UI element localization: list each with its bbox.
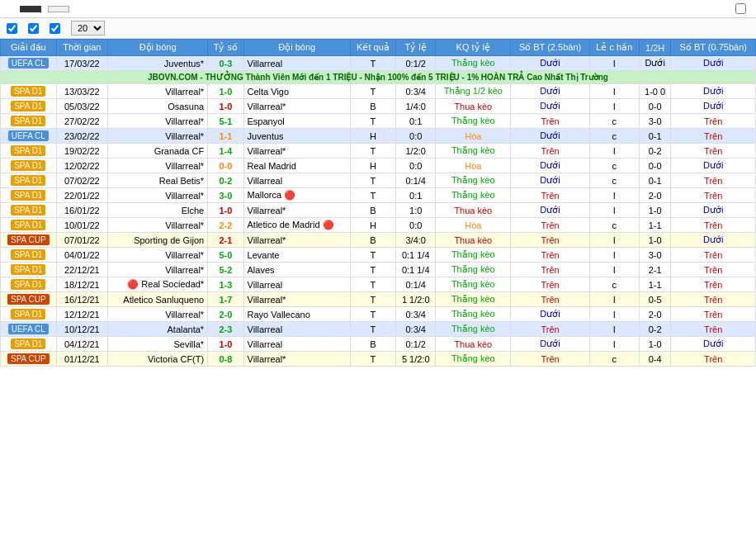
- team2-cell[interactable]: Alaves: [243, 263, 350, 277]
- sobt2-cell: Trên: [671, 129, 756, 144]
- table-row: SPA D1 05/03/22 Osasuna 1-0 Villarreal* …: [1, 99, 756, 114]
- sobt2-cell: Trên: [671, 173, 756, 188]
- team2-cell[interactable]: Villarreal: [243, 322, 350, 337]
- team1-cell[interactable]: 🔴 Real Sociedad*: [108, 277, 208, 292]
- tyle-cell: 0:1: [396, 114, 436, 129]
- league-badge: SPA CUP: [1, 352, 57, 367]
- date-cell: 05/03/22: [56, 99, 107, 114]
- team2-cell[interactable]: Villarreal: [243, 56, 350, 71]
- tyle-cell: 0:3/4: [396, 322, 436, 337]
- team2-cell[interactable]: Villarreal*: [243, 292, 350, 307]
- sobt2-cell: Dưới: [671, 56, 756, 71]
- score-cell: 2-3: [208, 322, 243, 337]
- team1-cell[interactable]: Villarreal*: [108, 263, 208, 277]
- ad-row[interactable]: JBOVN.COM - THƯỞNG Thành Viên Mới đến 1 …: [1, 71, 756, 84]
- team1-cell[interactable]: Villarreal*: [108, 84, 208, 99]
- league-badge: SPA D1: [1, 144, 57, 159]
- team1-cell[interactable]: Victoria CF(T): [108, 352, 208, 367]
- table-row: SPA D1 19/02/22 Granada CF 1-4 Villarrea…: [1, 144, 756, 159]
- score-cell: 1-4: [208, 144, 243, 159]
- col-header-lec: Lẻ c hần: [589, 40, 639, 56]
- kqtyle-cell: Thắng kèo: [436, 263, 511, 277]
- col-header-sobt2: Số BT (0.75bàn): [671, 40, 756, 56]
- date-cell: 12/12/21: [56, 307, 107, 322]
- league-badge: SPA D1: [1, 188, 57, 203]
- filter-uefa-checkbox[interactable]: [7, 23, 17, 34]
- kqtyle-cell: Thua kèo: [436, 203, 511, 218]
- team1-cell[interactable]: Elche: [108, 203, 208, 218]
- tyle-cell: 5 1/2:0: [396, 352, 436, 367]
- half-cell: 0-2: [639, 322, 671, 337]
- team1-cell[interactable]: Juventus*: [108, 56, 208, 71]
- sobt2-cell: Trên: [671, 307, 756, 322]
- table-row: SPA CUP 16/12/21 Atletico Sanluqueno 1-7…: [1, 292, 756, 307]
- team2-cell[interactable]: Villarreal*: [243, 144, 350, 159]
- date-cell: 22/12/21: [56, 263, 107, 277]
- team2-cell[interactable]: Levante: [243, 248, 350, 263]
- team1-cell[interactable]: Atletico Sanluqueno: [108, 292, 208, 307]
- league-badge: SPA D1: [1, 248, 57, 263]
- sobt2-cell: Trên: [671, 114, 756, 129]
- team2-cell[interactable]: Espanyol: [243, 114, 350, 129]
- filter-spacup-checkbox[interactable]: [50, 23, 60, 34]
- team1-cell[interactable]: Villarreal*: [108, 129, 208, 144]
- tab-total[interactable]: [20, 6, 41, 12]
- ketqua-cell: T: [350, 56, 395, 71]
- team2-cell[interactable]: Rayo Vallecano: [243, 307, 350, 322]
- team2-cell[interactable]: Villarreal: [243, 277, 350, 292]
- team1-cell[interactable]: Sporting de Gijon: [108, 233, 208, 248]
- ketqua-cell: T: [350, 114, 395, 129]
- team2-cell[interactable]: Real Madrid: [243, 159, 350, 173]
- half-cell: 0-5: [639, 292, 671, 307]
- league-badge: SPA D1: [1, 203, 57, 218]
- team1-cell[interactable]: Villarreal*: [108, 114, 208, 129]
- kqtyle-cell: Thắng kèo: [436, 173, 511, 188]
- team2-cell[interactable]: Atletico de Madrid 🔴: [243, 218, 350, 233]
- recent-matches-select[interactable]: 10 15 20 25 30: [71, 21, 105, 36]
- table-row: SPA D1 13/03/22 Villarreal* 1-0 Celta Vi…: [1, 84, 756, 99]
- lec-cell: c: [589, 129, 639, 144]
- team2-cell[interactable]: Villarreal: [243, 173, 350, 188]
- filter-spa1-checkbox[interactable]: [28, 23, 39, 34]
- team2-cell[interactable]: Villarreal*: [243, 99, 350, 114]
- league-badge: SPA D1: [1, 337, 57, 352]
- team1-cell[interactable]: Villarreal*: [108, 188, 208, 203]
- team1-cell[interactable]: Osasuna: [108, 99, 208, 114]
- ketqua-cell: B: [350, 203, 395, 218]
- team1-cell[interactable]: Atalanta*: [108, 322, 208, 337]
- team1-cell[interactable]: Villarreal*: [108, 307, 208, 322]
- tab-away[interactable]: [48, 6, 69, 12]
- table-row: SPA D1 18/12/21 🔴 Real Sociedad* 1-3 Vil…: [1, 277, 756, 292]
- team1-cell[interactable]: Villarreal*: [108, 248, 208, 263]
- score-cell: 5-2: [208, 263, 243, 277]
- half-cell: 0-0: [639, 99, 671, 114]
- team2-cell[interactable]: Celta Vigo: [243, 84, 350, 99]
- league-badge: UEFA CL: [1, 322, 57, 337]
- team1-cell[interactable]: Sevilla*: [108, 337, 208, 352]
- date-cell: 16/12/21: [56, 292, 107, 307]
- team2-cell[interactable]: Villarreal*: [243, 233, 350, 248]
- lec-cell: c: [589, 352, 639, 367]
- team2-cell[interactable]: Villarreal: [243, 337, 350, 352]
- legend-checkbox[interactable]: [735, 3, 746, 14]
- lec-cell: I: [589, 263, 639, 277]
- team2-cell[interactable]: Juventus: [243, 129, 350, 144]
- col-header-giaidau: Giải đấu: [1, 40, 57, 56]
- table-row: SPA CUP 07/01/22 Sporting de Gijon 2-1 V…: [1, 233, 756, 248]
- team2-cell[interactable]: Villarreal*: [243, 352, 350, 367]
- team1-cell[interactable]: Granada CF: [108, 144, 208, 159]
- table-row: SPA D1 27/02/22 Villarreal* 5-1 Espanyol…: [1, 114, 756, 129]
- sobt-cell: Dưới: [511, 173, 590, 188]
- team1-cell[interactable]: Real Betis*: [108, 173, 208, 188]
- col-header-tyle2: Tỷ lệ: [396, 40, 436, 56]
- kqtyle-cell: Thắng kèo: [436, 144, 511, 159]
- filter-uefa: [7, 23, 20, 34]
- tyle-cell: 3/4:0: [396, 233, 436, 248]
- team2-cell[interactable]: Villarreal*: [243, 203, 350, 218]
- tyle-cell: 0:3/4: [396, 84, 436, 99]
- col-header-doibong1: Đội bóng: [108, 40, 208, 56]
- team1-cell[interactable]: Villarreal*: [108, 218, 208, 233]
- kqtyle-cell: Thắng kèo: [436, 322, 511, 337]
- team2-cell[interactable]: Mallorca 🔴: [243, 188, 350, 203]
- team1-cell[interactable]: Villarreal*: [108, 159, 208, 173]
